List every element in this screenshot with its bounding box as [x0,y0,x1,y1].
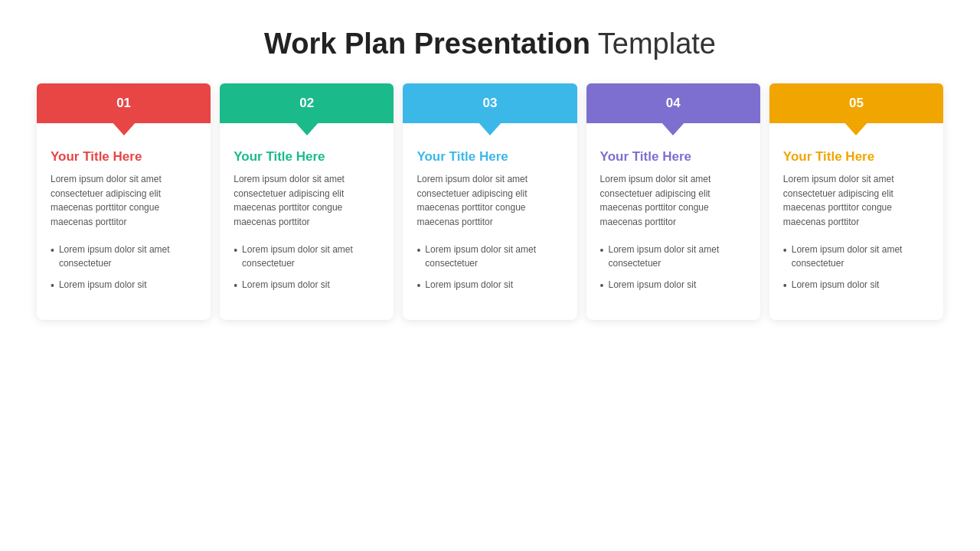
card-banner-2: 02 [220,83,394,123]
badge-5: 05 [838,86,874,121]
card-banner-5: 05 [769,83,943,123]
badge-1: 01 [106,86,142,121]
card-description-1: Lorem ipsum dolor sit amet consectetuer … [51,172,197,229]
card-bullets-4: Lorem ipsum dolor sit amet consectetuerL… [600,243,746,294]
card-description-5: Lorem ipsum dolor sit amet consectetuer … [783,172,929,229]
card-banner-3: 03 [403,83,577,123]
title-bold: Work Plan Presentation [264,28,590,60]
card-1: 01 Your Title Here Lorem ipsum dolor sit… [37,83,211,320]
card-content-1: Your Title Here Lorem ipsum dolor sit am… [37,123,211,302]
card-content-4: Your Title Here Lorem ipsum dolor sit am… [586,123,760,302]
page-header: Work Plan Presentation Template [0,0,980,83]
card-bullets-1: Lorem ipsum dolor sit amet consectetuerL… [51,243,197,294]
badge-4: 04 [655,86,691,121]
bullet-5-2: Lorem ipsum dolor sit [783,278,929,294]
bullet-3-2: Lorem ipsum dolor sit [416,278,563,294]
card-content-5: Your Title Here Lorem ipsum dolor sit am… [769,123,943,302]
card-title-1: Your Title Here [51,149,197,165]
card-bullets-5: Lorem ipsum dolor sit amet consectetuerL… [783,243,929,294]
bullet-4-2: Lorem ipsum dolor sit [600,278,746,294]
badge-3: 03 [472,86,508,121]
card-bullets-2: Lorem ipsum dolor sit amet consectetuerL… [234,243,380,294]
bullet-4-1: Lorem ipsum dolor sit amet consectetuer [600,243,746,270]
card-4: 04 Your Title Here Lorem ipsum dolor sit… [586,83,760,320]
card-banner-1: 01 [37,83,211,123]
bullet-1-2: Lorem ipsum dolor sit [51,278,197,294]
card-title-5: Your Title Here [783,149,929,165]
card-description-2: Lorem ipsum dolor sit amet consectetuer … [234,172,380,229]
card-title-4: Your Title Here [600,149,746,165]
bullet-5-1: Lorem ipsum dolor sit amet consectetuer [783,243,929,270]
card-banner-4: 04 [586,83,760,123]
card-description-4: Lorem ipsum dolor sit amet consectetuer … [600,172,746,229]
bullet-3-1: Lorem ipsum dolor sit amet consectetuer [416,243,563,270]
card-3: 03 Your Title Here Lorem ipsum dolor sit… [403,83,577,320]
badge-2: 02 [289,86,325,121]
cards-container: 01 Your Title Here Lorem ipsum dolor sit… [0,83,980,320]
title-regular: Template [590,28,716,60]
bullet-2-2: Lorem ipsum dolor sit [234,278,380,294]
card-content-3: Your Title Here Lorem ipsum dolor sit am… [403,123,577,302]
card-content-2: Your Title Here Lorem ipsum dolor sit am… [220,123,394,302]
card-title-3: Your Title Here [416,149,563,165]
card-2: 02 Your Title Here Lorem ipsum dolor sit… [220,83,394,320]
page-title: Work Plan Presentation Template [0,28,980,60]
card-5: 05 Your Title Here Lorem ipsum dolor sit… [769,83,943,320]
bullet-1-1: Lorem ipsum dolor sit amet consectetuer [51,243,197,270]
card-title-2: Your Title Here [234,149,380,165]
card-bullets-3: Lorem ipsum dolor sit amet consectetuerL… [416,243,563,294]
card-description-3: Lorem ipsum dolor sit amet consectetuer … [416,172,563,229]
bullet-2-1: Lorem ipsum dolor sit amet consectetuer [234,243,380,270]
